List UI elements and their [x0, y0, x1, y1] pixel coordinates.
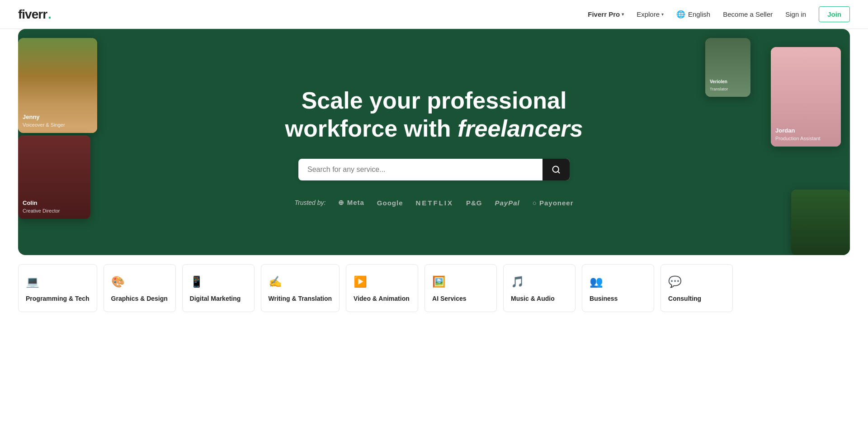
explore-link[interactable]: Explore ▾ [637, 10, 664, 18]
music-icon: 🎵 [511, 275, 524, 288]
jordan-name: Jordan [775, 127, 821, 134]
google-logo: Google [377, 199, 403, 207]
consulting-icon: 💬 [668, 275, 682, 288]
music-label: Music & Audio [511, 294, 555, 303]
person-card-jenny: Jenny Voiceover & Singer [18, 38, 97, 133]
hero-content: Scale your professional workforce with f… [276, 59, 592, 225]
category-writing[interactable]: ✍️Writing & Translation [261, 264, 340, 312]
graphics-label: Graphics & Design [111, 294, 168, 303]
search-button[interactable] [542, 159, 570, 180]
ai-icon: 🖼️ [432, 275, 446, 288]
veriolen-name: Veriolen [710, 79, 728, 84]
chevron-down-icon: ▾ [661, 12, 664, 17]
logo[interactable]: fiverr. [18, 7, 51, 22]
person-card-veriolen: Veriolen Translator [705, 38, 750, 97]
trusted-label: Trusted by: [294, 199, 326, 206]
search-input[interactable] [298, 159, 542, 180]
category-programming[interactable]: 💻Programming & Tech [18, 264, 97, 312]
video-icon: ▶️ [354, 275, 367, 288]
hero-title-italic: freelancers [458, 115, 583, 142]
paypal-logo: PayPal [495, 199, 520, 207]
hero-title-line2: workforce with [285, 115, 458, 142]
language-label: English [688, 10, 710, 18]
nav: Fiverr Pro ▾ Explore ▾ 🌐 English Become … [588, 6, 850, 22]
join-button[interactable]: Join [819, 6, 850, 22]
globe-icon: 🌐 [676, 10, 685, 19]
person-card-jordan: Jordan Production Assistant [771, 47, 841, 147]
become-seller-label: Become a Seller [723, 10, 773, 18]
meta-logo: ⊕ Meta [338, 199, 364, 207]
writing-label: Writing & Translation [269, 294, 332, 303]
trusted-row: Trusted by: ⊕ Meta Google NETFLIX P&G Pa… [285, 199, 583, 207]
hero-title-line1: Scale your professional [302, 87, 567, 114]
graphics-icon: 🎨 [111, 275, 125, 288]
explore-label: Explore [637, 10, 660, 18]
category-ai[interactable]: 🖼️AI Services [425, 264, 497, 312]
hero-section: Jenny Voiceover & Singer Veriolen Transl… [18, 29, 850, 255]
logo-dot: . [48, 7, 51, 22]
video-label: Video & Animation [354, 294, 410, 303]
business-label: Business [590, 294, 618, 303]
jordan-role: Production Assistant [775, 136, 821, 141]
colin-name: Colin [23, 199, 60, 206]
category-digital-marketing[interactable]: 📱Digital Marketing [182, 264, 255, 312]
category-business[interactable]: 👥Business [582, 264, 654, 312]
person-card-colin: Colin Creative Director [18, 135, 90, 219]
netflix-logo: NETFLIX [416, 199, 454, 207]
fiverr-pro-label: Fiverr Pro [588, 10, 620, 18]
jenny-name: Jenny [23, 114, 65, 120]
business-icon: 👥 [590, 275, 603, 288]
category-graphics[interactable]: 🎨Graphics & Design [104, 264, 176, 312]
writing-icon: ✍️ [269, 275, 282, 288]
hero-title: Scale your professional workforce with f… [285, 86, 583, 143]
digital-marketing-icon: 📱 [190, 275, 203, 288]
jenny-role: Voiceover & Singer [23, 122, 65, 128]
consulting-label: Consulting [668, 294, 701, 303]
category-video[interactable]: ▶️Video & Animation [346, 264, 418, 312]
sign-in-link[interactable]: Sign in [785, 10, 806, 18]
search-icon [552, 165, 561, 174]
pg-logo: P&G [466, 199, 482, 207]
become-seller-link[interactable]: Become a Seller [723, 10, 773, 18]
logo-text: fiverr [18, 7, 47, 22]
categories-row: 💻Programming & Tech🎨Graphics & Design📱Di… [0, 255, 868, 321]
category-consulting[interactable]: 💬Consulting [660, 264, 733, 312]
payoneer-logo: ○ Payoneer [533, 199, 574, 207]
chevron-down-icon: ▾ [622, 12, 624, 17]
programming-label: Programming & Tech [26, 294, 90, 303]
fiverr-pro-link[interactable]: Fiverr Pro ▾ [588, 10, 624, 18]
svg-line-1 [558, 171, 560, 173]
digital-marketing-label: Digital Marketing [190, 294, 241, 303]
colin-role: Creative Director [23, 208, 60, 213]
person-card-right-bottom [791, 190, 850, 255]
ai-label: AI Services [432, 294, 467, 303]
veriolen-role: Translator [710, 87, 728, 91]
programming-icon: 💻 [26, 275, 39, 288]
sign-in-label: Sign in [785, 10, 806, 18]
language-link[interactable]: 🌐 English [676, 10, 710, 19]
header: fiverr. Fiverr Pro ▾ Explore ▾ 🌐 English… [0, 0, 868, 29]
category-music[interactable]: 🎵Music & Audio [503, 264, 576, 312]
search-bar [298, 159, 570, 180]
